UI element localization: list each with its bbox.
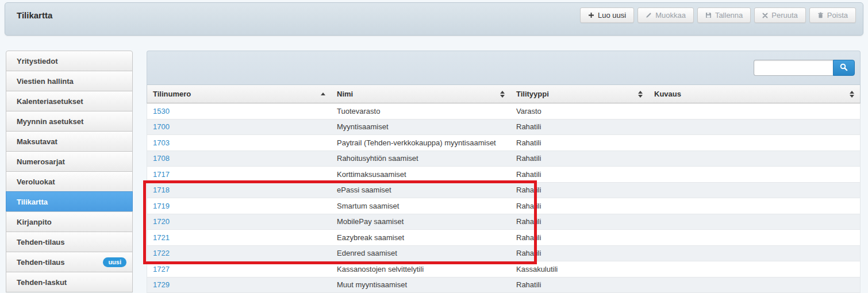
table-row[interactable]: 1703Paytrail (Tehden-verkkokauppa) myynt… <box>147 135 860 151</box>
table-row[interactable]: 1729Muut myyntisaamisetRahatili <box>147 277 860 293</box>
button-label: Luo uusi <box>598 11 626 20</box>
cell-tilityyppi: Rahatili <box>510 119 648 135</box>
sidebar-item-label: Tehden-laskut <box>17 278 67 287</box>
sort-both-icon <box>638 91 643 98</box>
cell-kuvaus <box>648 135 860 151</box>
search-icon <box>840 63 848 73</box>
cell-nimi: Edenred saamiset <box>331 246 510 261</box>
button-label: Poista <box>827 11 848 20</box>
main-panel: TilinumeroNimiTilityyppiKuvaus 1530Tuote… <box>147 51 861 293</box>
cell-tilinumero: 1717 <box>147 167 331 182</box>
column-label: Kuvaus <box>654 90 681 98</box>
column-header-tilinumero[interactable]: Tilinumero <box>147 85 331 103</box>
cell-nimi: Myyntisaamiset <box>331 119 510 135</box>
cell-tilinumero: 1530 <box>147 103 331 119</box>
table-row[interactable]: 1720MobilePay saamisetRahatili <box>147 214 860 230</box>
cell-tilityyppi: Rahatili <box>510 198 648 214</box>
cell-tilinumero: 1721 <box>147 230 331 245</box>
cell-nimi: MobilePay saamiset <box>331 214 510 230</box>
cell-tilinumero: 1729 <box>147 277 331 293</box>
cell-nimi: Kassanostojen selvittelytili <box>331 261 510 277</box>
search-input[interactable] <box>754 60 833 76</box>
column-header-kuvaus[interactable]: Kuvaus <box>648 85 860 103</box>
column-header-tilityyppi[interactable]: Tilityyppi <box>510 85 648 103</box>
cell-kuvaus <box>648 151 860 167</box>
account-number-link[interactable]: 1721 <box>153 233 170 242</box>
sidebar-item-veroluokat[interactable]: Veroluokat <box>6 171 133 192</box>
cell-kuvaus <box>648 214 860 230</box>
cell-tilityyppi: Rahatili <box>510 135 648 151</box>
account-number-link[interactable]: 1722 <box>153 249 170 257</box>
table-row[interactable]: 1717KorttimaksusaamisetRahatili <box>147 167 860 183</box>
sidebar-item-numerosarjat[interactable]: Numerosarjat <box>6 151 133 172</box>
poista-button[interactable]: Poista <box>809 7 856 23</box>
cell-nimi: Muut myyntisaamiset <box>331 277 510 293</box>
table-row[interactable]: 1530TuotevarastoVarasto <box>147 103 860 119</box>
account-number-link[interactable]: 1708 <box>153 154 170 163</box>
column-label: Tilityyppi <box>516 90 549 98</box>
account-number-link[interactable]: 1727 <box>153 265 170 273</box>
sidebar-item-label: Kirjanpito <box>17 218 52 226</box>
account-number-link[interactable]: 1719 <box>153 202 170 210</box>
sidebar-item-label: Tehden-tilaus <box>17 238 65 246</box>
sidebar-item-tehden-tilaus[interactable]: Tehden-tilausuusi <box>6 252 133 272</box>
cell-kuvaus <box>648 261 860 277</box>
sidebar-item-viestien-hallinta[interactable]: Viestien hallinta <box>6 71 133 91</box>
table-row[interactable]: 1722Edenred saamisetRahatili <box>147 246 860 262</box>
sidebar-item-yritystiedot[interactable]: Yritystiedot <box>6 51 133 71</box>
button-label: Tallenna <box>715 11 743 20</box>
sidebar-item-myynnin-asetukset[interactable]: Myynnin asetukset <box>6 111 133 132</box>
account-number-link[interactable]: 1717 <box>153 170 170 179</box>
peruuta-button[interactable]: Peruuta <box>754 7 806 23</box>
table-row[interactable]: 1719Smartum saamisetRahatili <box>147 198 860 214</box>
account-number-link[interactable]: 1700 <box>153 122 170 131</box>
cell-tilinumero: 1719 <box>147 198 331 214</box>
search-button[interactable] <box>833 60 855 76</box>
sidebar-item-tehden-laskut[interactable]: Tehden-laskut <box>6 272 133 292</box>
cell-kuvaus <box>648 198 860 214</box>
account-number-link[interactable]: 1718 <box>153 186 170 194</box>
cell-tilinumero: 1720 <box>147 214 331 230</box>
button-label: Muokkaa <box>655 11 686 20</box>
column-label: Nimi <box>337 90 353 98</box>
account-number-link[interactable]: 1703 <box>153 138 170 147</box>
account-number-link[interactable]: 1530 <box>153 107 170 115</box>
sidebar-item-label: Tehden-tilaus <box>17 258 65 267</box>
table-header-row: TilinumeroNimiTilityyppiKuvaus <box>147 85 861 103</box>
tallenna-button[interactable]: Tallenna <box>697 7 751 23</box>
sidebar-item-kalenteriasetukset[interactable]: Kalenteriasetukset <box>6 91 133 111</box>
new-badge: uusi <box>103 257 126 267</box>
luo-uusi-button[interactable]: Luo uusi <box>580 7 634 23</box>
cell-nimi: Eazybreak saamiset <box>331 230 510 245</box>
trash-icon <box>817 12 824 18</box>
cell-kuvaus <box>648 119 860 135</box>
table-row[interactable]: 1708Rahoitusyhtiön saamisetRahatili <box>147 151 860 167</box>
search-group <box>754 60 855 76</box>
page-header: Tilikartta Luo uusiMuokkaaTallennaPeruut… <box>5 2 863 36</box>
sidebar-item-label: Myynnin asetukset <box>17 117 83 126</box>
account-number-link[interactable]: 1720 <box>153 217 170 226</box>
sidebar-item-maksutavat[interactable]: Maksutavat <box>6 131 133 152</box>
table-row[interactable]: 1721Eazybreak saamisetRahatili <box>147 230 860 246</box>
cell-nimi: Korttimaksusaamiset <box>331 167 510 182</box>
cell-tilinumero: 1700 <box>147 119 331 135</box>
account-number-link[interactable]: 1729 <box>153 280 170 289</box>
table-row[interactable]: 1727Kassanostojen selvittelytiliKassakul… <box>147 261 860 277</box>
cell-kuvaus <box>648 183 860 198</box>
sidebar-item-kirjanpito[interactable]: Kirjanpito <box>6 211 133 232</box>
sidebar-item-tilikartta[interactable]: Tilikartta <box>6 191 133 212</box>
sidebar-item-tehden-tilaus[interactable]: Tehden-tilaus <box>6 232 133 252</box>
cell-tilityyppi: Rahatili <box>510 277 648 293</box>
sidebar-item-label: Tilikartta <box>17 198 48 206</box>
cell-tilityyppi: Rahatili <box>510 183 648 198</box>
table-row[interactable]: 1700MyyntisaamisetRahatili <box>147 119 860 136</box>
cell-kuvaus <box>648 230 860 245</box>
sidebar-item-label: Kalenteriasetukset <box>17 97 83 106</box>
column-header-nimi[interactable]: Nimi <box>331 85 510 103</box>
muokkaa-button[interactable]: Muokkaa <box>637 7 694 23</box>
table-row[interactable]: 1718ePassi saamisetRahatili <box>147 183 860 199</box>
cell-nimi: ePassi saamiset <box>331 183 510 198</box>
column-label: Tilinumero <box>153 90 191 98</box>
cell-tilityyppi: Rahatili <box>510 246 648 261</box>
cell-tilityyppi: Rahatili <box>510 167 648 182</box>
